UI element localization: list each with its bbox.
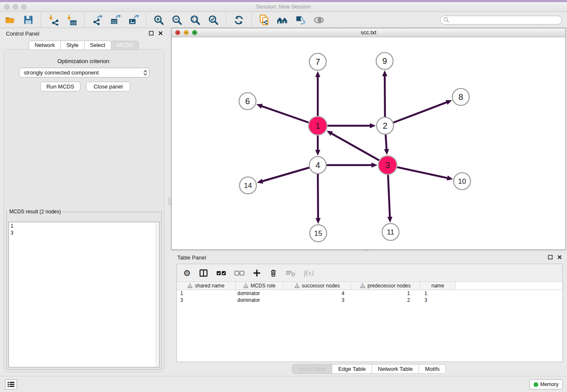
- table-panel-title: Table Panel: [177, 254, 206, 261]
- network-maximize-button[interactable]: [192, 30, 197, 35]
- tab-network-table[interactable]: Network Table: [372, 364, 419, 374]
- window-traffic-lights: [4, 4, 27, 10]
- duplicate-network-icon[interactable]: [259, 14, 270, 26]
- column-header-shared-name[interactable]: shared name: [177, 282, 236, 290]
- float-panel-icon[interactable]: [149, 31, 154, 36]
- control-panel-tabs: Network Style Select MCDS: [0, 41, 168, 50]
- graph-node-label: 7: [315, 57, 320, 66]
- deselect-all-icon[interactable]: [234, 270, 245, 276]
- zoom-window-button[interactable]: [21, 4, 27, 10]
- network-view-window: scc.txt 7968124314101511: [171, 28, 566, 250]
- tab-motifs[interactable]: Motifs: [418, 364, 446, 374]
- graph-node-label: 15: [314, 229, 322, 237]
- float-panel-icon[interactable]: [548, 255, 553, 259]
- run-mcds-button[interactable]: Run MCDS: [40, 82, 80, 91]
- close-panel-button[interactable]: Close panel: [86, 82, 130, 91]
- import-table-icon[interactable]: [66, 14, 77, 26]
- graph-node-label: 1: [315, 121, 320, 130]
- function-builder-icon[interactable]: f(x): [304, 269, 314, 277]
- export-image-icon[interactable]: [128, 14, 139, 26]
- network-canvas[interactable]: 7968124314101511: [172, 37, 565, 249]
- memory-button[interactable]: Memory: [529, 379, 563, 389]
- tab-mcds[interactable]: MCDS: [111, 41, 139, 50]
- table-panel-tabs: Node Table Edge Table Network Table Moti…: [171, 364, 567, 374]
- graph-node-label: 14: [244, 182, 252, 190]
- graph-node-label: 3: [385, 160, 390, 170]
- network-minimize-button[interactable]: [184, 30, 189, 35]
- graph-node-label: 6: [245, 97, 250, 106]
- tab-node-table[interactable]: Node Table: [292, 364, 333, 374]
- network-window-titlebar[interactable]: scc.txt: [172, 28, 565, 37]
- toolbar-separator: [226, 14, 226, 26]
- window-titlebar: Session: New Session: [0, 2, 567, 12]
- close-panel-icon[interactable]: [158, 31, 163, 36]
- splitter-handle[interactable]: [168, 198, 171, 205]
- mcds-result-group: MCDS result (2 nodes) 1 3: [6, 209, 162, 370]
- zoom-selected-icon[interactable]: [208, 14, 219, 26]
- control-panel-title: Control Panel: [6, 30, 39, 37]
- table-row[interactable]: 1dominator411: [177, 290, 562, 297]
- refresh-icon[interactable]: [233, 14, 245, 26]
- show-graphics-details-icon[interactable]: [313, 14, 325, 26]
- column-hierarchy-icon: [295, 283, 300, 288]
- table-cell: 1: [420, 290, 456, 297]
- column-header-predecessor-nodes[interactable]: predecessor nodes: [351, 282, 420, 290]
- export-table-icon[interactable]: [110, 14, 121, 26]
- application-window: Session: New Session: [0, 0, 567, 392]
- column-header-mcds-role[interactable]: MCDS role: [236, 282, 284, 290]
- network-close-button[interactable]: [175, 30, 180, 35]
- list-icon: [8, 381, 14, 387]
- import-network-icon[interactable]: [48, 14, 59, 26]
- table-cell: 3: [177, 297, 236, 304]
- column-header-name[interactable]: name: [420, 282, 456, 290]
- tab-network[interactable]: Network: [29, 41, 61, 50]
- close-window-button[interactable]: [4, 4, 10, 10]
- column-hierarchy-icon: [187, 283, 193, 288]
- delete-table-icon[interactable]: [286, 269, 296, 277]
- window-title: Session: New Session: [0, 2, 567, 11]
- close-panel-icon[interactable]: [557, 255, 562, 259]
- search-icon: [443, 16, 450, 24]
- control-panel: Control Panel Optimization criterion: st…: [0, 28, 168, 376]
- zoom-fit-icon[interactable]: [190, 14, 201, 26]
- tab-style[interactable]: Style: [61, 41, 85, 50]
- column-header-successor-nodes[interactable]: successor nodes: [284, 282, 351, 290]
- select-all-icon[interactable]: [216, 270, 226, 276]
- table-cell: 3: [420, 297, 456, 304]
- search-field[interactable]: [440, 16, 562, 25]
- delete-column-icon[interactable]: [269, 269, 278, 277]
- create-column-icon[interactable]: [253, 269, 261, 277]
- result-scrollbar[interactable]: [155, 223, 159, 367]
- search-input[interactable]: [450, 17, 561, 24]
- memory-status-icon: [534, 382, 538, 387]
- mcds-result-title: MCDS result (2 nodes): [8, 209, 62, 215]
- show-columns-icon[interactable]: [199, 268, 208, 278]
- export-network-icon[interactable]: [91, 14, 103, 26]
- mcds-result-textarea[interactable]: 1 3: [8, 222, 160, 367]
- table-cell: 1: [177, 290, 236, 297]
- save-session-icon[interactable]: [22, 14, 34, 26]
- zoom-in-icon[interactable]: [153, 14, 165, 26]
- tab-edge-table[interactable]: Edge Table: [332, 364, 372, 374]
- table-row[interactable]: 3dominator323: [177, 297, 562, 304]
- column-hierarchy-icon: [243, 283, 248, 288]
- open-session-icon[interactable]: [4, 14, 16, 26]
- minimize-window-button[interactable]: [13, 4, 18, 10]
- main-toolbar: [0, 12, 567, 28]
- result-line: 3: [11, 229, 157, 236]
- table-cell: dominator: [236, 290, 284, 297]
- column-hierarchy-icon: [360, 283, 365, 288]
- zoom-out-icon[interactable]: [171, 14, 183, 26]
- table-cell: 1: [351, 290, 420, 297]
- tab-select[interactable]: Select: [84, 41, 111, 50]
- toolbar-separator: [251, 14, 252, 26]
- graph-node-label: 10: [458, 177, 466, 185]
- graph-edge-2-8[interactable]: [385, 102, 447, 126]
- table-header-row: shared name MCDS role successor nodes pr…: [177, 282, 562, 290]
- table-header-filler: [456, 282, 562, 290]
- criterion-dropdown[interactable]: strongly connected component: [19, 68, 149, 77]
- first-neighbors-icon[interactable]: [277, 14, 288, 26]
- task-history-button[interactable]: [5, 379, 17, 389]
- hide-labels-icon[interactable]: [295, 14, 306, 26]
- table-settings-icon[interactable]: ⚙: [183, 269, 191, 277]
